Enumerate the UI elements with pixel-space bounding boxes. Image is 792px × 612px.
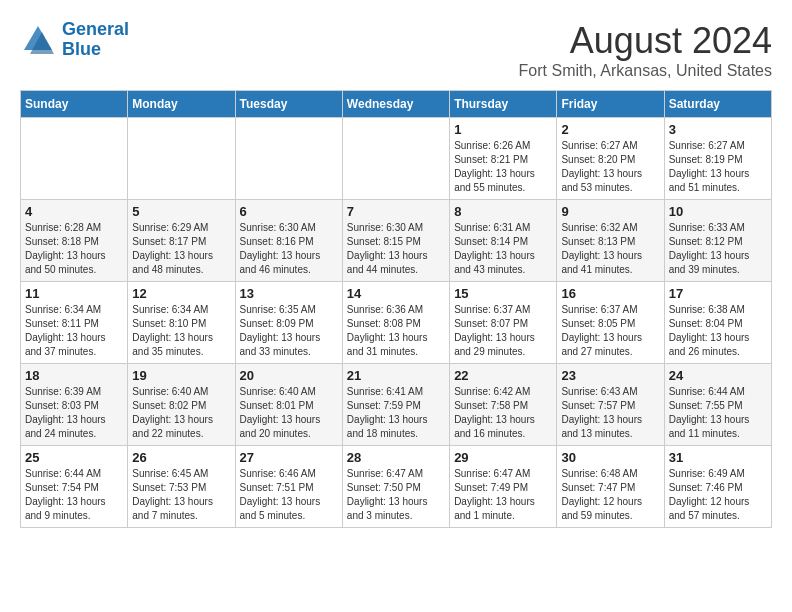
day-number: 16: [561, 286, 659, 301]
calendar-cell: 23Sunrise: 6:43 AM Sunset: 7:57 PM Dayli…: [557, 364, 664, 446]
calendar-cell: 5Sunrise: 6:29 AM Sunset: 8:17 PM Daylig…: [128, 200, 235, 282]
calendar-cell: 11Sunrise: 6:34 AM Sunset: 8:11 PM Dayli…: [21, 282, 128, 364]
day-number: 18: [25, 368, 123, 383]
logo-line1: General: [62, 19, 129, 39]
calendar-header-row: Sunday Monday Tuesday Wednesday Thursday…: [21, 91, 772, 118]
day-number: 24: [669, 368, 767, 383]
day-number: 10: [669, 204, 767, 219]
day-number: 30: [561, 450, 659, 465]
day-number: 4: [25, 204, 123, 219]
calendar-cell: 18Sunrise: 6:39 AM Sunset: 8:03 PM Dayli…: [21, 364, 128, 446]
day-number: 3: [669, 122, 767, 137]
calendar-week-row: 25Sunrise: 6:44 AM Sunset: 7:54 PM Dayli…: [21, 446, 772, 528]
calendar-cell: 17Sunrise: 6:38 AM Sunset: 8:04 PM Dayli…: [664, 282, 771, 364]
logo: General Blue: [20, 20, 129, 60]
calendar-cell: 1Sunrise: 6:26 AM Sunset: 8:21 PM Daylig…: [450, 118, 557, 200]
calendar-cell: 20Sunrise: 6:40 AM Sunset: 8:01 PM Dayli…: [235, 364, 342, 446]
day-info: Sunrise: 6:34 AM Sunset: 8:10 PM Dayligh…: [132, 303, 230, 359]
calendar-cell: [235, 118, 342, 200]
day-number: 15: [454, 286, 552, 301]
logo-line2: Blue: [62, 39, 101, 59]
day-number: 9: [561, 204, 659, 219]
day-info: Sunrise: 6:27 AM Sunset: 8:20 PM Dayligh…: [561, 139, 659, 195]
logo-icon: [20, 22, 56, 58]
header-monday: Monday: [128, 91, 235, 118]
day-number: 28: [347, 450, 445, 465]
day-number: 5: [132, 204, 230, 219]
day-number: 27: [240, 450, 338, 465]
header-sunday: Sunday: [21, 91, 128, 118]
day-info: Sunrise: 6:37 AM Sunset: 8:05 PM Dayligh…: [561, 303, 659, 359]
header-saturday: Saturday: [664, 91, 771, 118]
calendar-cell: 2Sunrise: 6:27 AM Sunset: 8:20 PM Daylig…: [557, 118, 664, 200]
logo-text: General Blue: [62, 20, 129, 60]
day-info: Sunrise: 6:48 AM Sunset: 7:47 PM Dayligh…: [561, 467, 659, 523]
day-info: Sunrise: 6:37 AM Sunset: 8:07 PM Dayligh…: [454, 303, 552, 359]
day-number: 11: [25, 286, 123, 301]
day-number: 19: [132, 368, 230, 383]
header-wednesday: Wednesday: [342, 91, 449, 118]
day-number: 6: [240, 204, 338, 219]
day-info: Sunrise: 6:32 AM Sunset: 8:13 PM Dayligh…: [561, 221, 659, 277]
day-info: Sunrise: 6:30 AM Sunset: 8:16 PM Dayligh…: [240, 221, 338, 277]
day-info: Sunrise: 6:29 AM Sunset: 8:17 PM Dayligh…: [132, 221, 230, 277]
calendar-cell: [21, 118, 128, 200]
calendar-week-row: 1Sunrise: 6:26 AM Sunset: 8:21 PM Daylig…: [21, 118, 772, 200]
day-info: Sunrise: 6:31 AM Sunset: 8:14 PM Dayligh…: [454, 221, 552, 277]
day-info: Sunrise: 6:43 AM Sunset: 7:57 PM Dayligh…: [561, 385, 659, 441]
day-number: 22: [454, 368, 552, 383]
day-number: 12: [132, 286, 230, 301]
day-info: Sunrise: 6:36 AM Sunset: 8:08 PM Dayligh…: [347, 303, 445, 359]
header-tuesday: Tuesday: [235, 91, 342, 118]
day-number: 26: [132, 450, 230, 465]
day-number: 14: [347, 286, 445, 301]
calendar-cell: 13Sunrise: 6:35 AM Sunset: 8:09 PM Dayli…: [235, 282, 342, 364]
header-friday: Friday: [557, 91, 664, 118]
day-number: 2: [561, 122, 659, 137]
calendar-cell: 19Sunrise: 6:40 AM Sunset: 8:02 PM Dayli…: [128, 364, 235, 446]
day-info: Sunrise: 6:44 AM Sunset: 7:54 PM Dayligh…: [25, 467, 123, 523]
calendar-cell: 12Sunrise: 6:34 AM Sunset: 8:10 PM Dayli…: [128, 282, 235, 364]
day-number: 31: [669, 450, 767, 465]
calendar-cell: 26Sunrise: 6:45 AM Sunset: 7:53 PM Dayli…: [128, 446, 235, 528]
day-number: 21: [347, 368, 445, 383]
day-info: Sunrise: 6:34 AM Sunset: 8:11 PM Dayligh…: [25, 303, 123, 359]
calendar-cell: 28Sunrise: 6:47 AM Sunset: 7:50 PM Dayli…: [342, 446, 449, 528]
calendar-cell: 16Sunrise: 6:37 AM Sunset: 8:05 PM Dayli…: [557, 282, 664, 364]
calendar-cell: 30Sunrise: 6:48 AM Sunset: 7:47 PM Dayli…: [557, 446, 664, 528]
day-info: Sunrise: 6:47 AM Sunset: 7:50 PM Dayligh…: [347, 467, 445, 523]
day-number: 29: [454, 450, 552, 465]
calendar-cell: 27Sunrise: 6:46 AM Sunset: 7:51 PM Dayli…: [235, 446, 342, 528]
day-number: 1: [454, 122, 552, 137]
day-info: Sunrise: 6:30 AM Sunset: 8:15 PM Dayligh…: [347, 221, 445, 277]
calendar-week-row: 4Sunrise: 6:28 AM Sunset: 8:18 PM Daylig…: [21, 200, 772, 282]
header-thursday: Thursday: [450, 91, 557, 118]
day-info: Sunrise: 6:47 AM Sunset: 7:49 PM Dayligh…: [454, 467, 552, 523]
day-number: 7: [347, 204, 445, 219]
day-info: Sunrise: 6:49 AM Sunset: 7:46 PM Dayligh…: [669, 467, 767, 523]
day-info: Sunrise: 6:42 AM Sunset: 7:58 PM Dayligh…: [454, 385, 552, 441]
day-info: Sunrise: 6:28 AM Sunset: 8:18 PM Dayligh…: [25, 221, 123, 277]
calendar-cell: [342, 118, 449, 200]
calendar-cell: 4Sunrise: 6:28 AM Sunset: 8:18 PM Daylig…: [21, 200, 128, 282]
calendar-cell: 24Sunrise: 6:44 AM Sunset: 7:55 PM Dayli…: [664, 364, 771, 446]
day-number: 20: [240, 368, 338, 383]
calendar-cell: 31Sunrise: 6:49 AM Sunset: 7:46 PM Dayli…: [664, 446, 771, 528]
day-info: Sunrise: 6:46 AM Sunset: 7:51 PM Dayligh…: [240, 467, 338, 523]
day-number: 17: [669, 286, 767, 301]
day-info: Sunrise: 6:45 AM Sunset: 7:53 PM Dayligh…: [132, 467, 230, 523]
calendar-cell: 21Sunrise: 6:41 AM Sunset: 7:59 PM Dayli…: [342, 364, 449, 446]
page-header: General Blue August 2024 Fort Smith, Ark…: [20, 20, 772, 80]
calendar-cell: 14Sunrise: 6:36 AM Sunset: 8:08 PM Dayli…: [342, 282, 449, 364]
calendar-cell: 10Sunrise: 6:33 AM Sunset: 8:12 PM Dayli…: [664, 200, 771, 282]
calendar-week-row: 11Sunrise: 6:34 AM Sunset: 8:11 PM Dayli…: [21, 282, 772, 364]
day-number: 23: [561, 368, 659, 383]
calendar-cell: 25Sunrise: 6:44 AM Sunset: 7:54 PM Dayli…: [21, 446, 128, 528]
day-info: Sunrise: 6:40 AM Sunset: 8:01 PM Dayligh…: [240, 385, 338, 441]
day-number: 8: [454, 204, 552, 219]
day-info: Sunrise: 6:38 AM Sunset: 8:04 PM Dayligh…: [669, 303, 767, 359]
calendar-cell: 3Sunrise: 6:27 AM Sunset: 8:19 PM Daylig…: [664, 118, 771, 200]
title-block: August 2024 Fort Smith, Arkansas, United…: [519, 20, 772, 80]
calendar-cell: 8Sunrise: 6:31 AM Sunset: 8:14 PM Daylig…: [450, 200, 557, 282]
day-info: Sunrise: 6:40 AM Sunset: 8:02 PM Dayligh…: [132, 385, 230, 441]
